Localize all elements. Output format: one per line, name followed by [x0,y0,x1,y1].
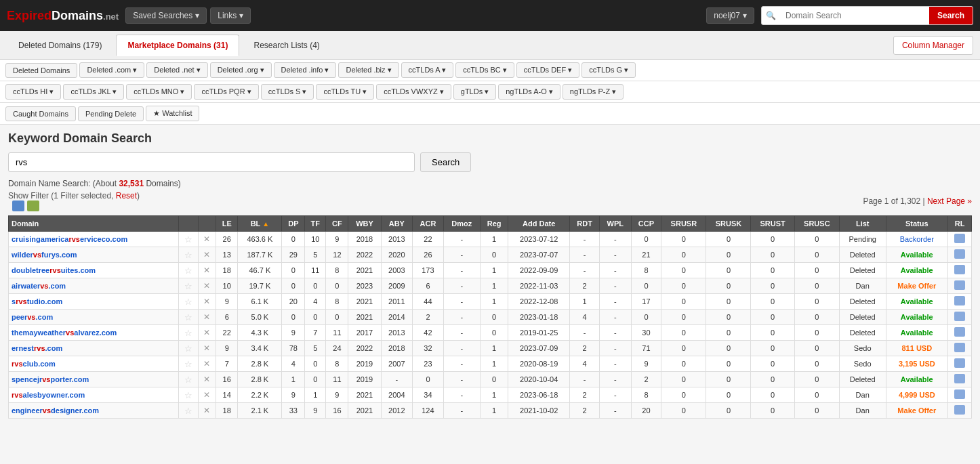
domain-link[interactable]: airwatervs.com [12,282,66,290]
status-cell[interactable]: Available [886,310,948,325]
th-cf[interactable]: CF [326,216,348,232]
rl-icon[interactable] [954,265,965,274]
rl-icon[interactable] [954,405,965,415]
rl-icon[interactable] [954,374,965,383]
domain-link[interactable]: rvsclub.com [12,360,56,368]
tab-research-lists[interactable]: Research Lists (4) [242,35,331,56]
star-icon[interactable]: ☆ [184,281,192,291]
th-rdt[interactable]: RDT [570,216,600,232]
rl-icon[interactable] [954,343,965,352]
keyword-search-input[interactable] [8,152,415,172]
th-dmoz[interactable]: Dmoz [443,216,480,232]
th-bl[interactable]: BL ▲ [238,216,282,232]
remove-icon[interactable]: ✕ [203,359,210,368]
th-list[interactable]: List [839,216,886,232]
remove-icon[interactable]: ✕ [203,406,210,415]
status-cell[interactable]: Available [886,247,948,263]
domain-search-input[interactable] [780,8,929,23]
status-cell[interactable]: Make Offer [886,403,948,419]
th-dp[interactable]: DP [282,216,305,232]
domain-link[interactable]: themayweathervsalvarez.com [12,329,117,337]
filter-cctlds-s[interactable]: ccTLDs S ▾ [261,84,314,100]
star-icon[interactable]: ☆ [184,343,192,354]
th-le[interactable]: LE [216,216,238,232]
brand-logo[interactable]: ExpiredDomains.net [7,9,119,23]
filter-ngtlds-ao[interactable]: ngTLDs A-O ▾ [498,84,560,100]
rl-icon[interactable] [954,280,965,290]
remove-icon[interactable]: ✕ [203,312,210,322]
domain-link[interactable]: engineervsdesigner.com [12,406,99,415]
status-cell[interactable]: Make Offer [886,278,948,294]
remove-icon[interactable]: ✕ [203,375,210,384]
rl-icon[interactable] [954,312,965,321]
keyword-search-button[interactable]: Search [420,152,471,172]
star-icon[interactable]: ☆ [184,375,192,385]
saved-searches-button[interactable]: Saved Searches ▾ [125,7,207,24]
star-icon[interactable]: ☆ [184,234,192,245]
th-add-date[interactable]: Add Date [508,216,570,232]
remove-icon[interactable]: ✕ [203,390,210,400]
filter-cctlds-tu[interactable]: ccTLDs TU ▾ [316,84,374,100]
remove-icon[interactable]: ✕ [203,297,210,306]
next-page-link[interactable]: Next Page » [927,196,972,206]
filter-cctlds-mno[interactable]: ccTLDs MNO ▾ [126,84,192,100]
domain-link[interactable]: peervs.com [12,313,53,321]
th-wby[interactable]: WBY [348,216,381,232]
filter-cctlds-pqr[interactable]: ccTLDs PQR ▾ [194,84,258,100]
filter-deleted-org[interactable]: Deleted .org ▾ [210,62,272,78]
rl-icon[interactable] [954,358,965,368]
rl-icon[interactable] [954,234,965,243]
filter-icon-green[interactable] [27,201,39,211]
rl-icon[interactable] [954,249,965,259]
filter-cctlds-jkl[interactable]: ccTLDs JKL ▾ [63,84,124,100]
domain-link[interactable]: wildervsfurys.com [12,251,77,259]
star-icon[interactable]: ☆ [184,312,192,322]
domain-link[interactable]: ernestrvs.com [12,344,62,352]
status-cell[interactable]: 4,999 USD [886,387,948,403]
th-srust[interactable]: SRUST [751,216,794,232]
star-icon[interactable]: ☆ [184,328,192,338]
filter-cctlds-bc[interactable]: ccTLDs BC ▾ [455,62,514,78]
rl-icon[interactable] [954,389,965,399]
filter-deleted-info[interactable]: Deleted .info ▾ [274,62,337,78]
remove-icon[interactable]: ✕ [203,234,210,244]
domain-link[interactable]: rvsalesbyowner.com [12,391,85,399]
status-cell[interactable]: Available [886,372,948,387]
domain-link[interactable]: doubletreervsuites.com [12,266,96,274]
remove-icon[interactable]: ✕ [203,328,210,337]
filter-deleted-domains[interactable]: Deleted Domains [5,63,77,78]
filter-deleted-biz[interactable]: Deleted .biz ▾ [338,62,399,78]
th-srusr[interactable]: SRUSR [661,216,706,232]
column-manager-button[interactable]: Column Manager [893,36,973,55]
star-icon[interactable]: ☆ [184,390,192,400]
th-reg[interactable]: Reg [480,216,508,232]
filter-pending-delete[interactable]: Pending Delete [78,106,144,121]
status-cell[interactable]: Available [886,263,948,278]
filter-cctlds-g[interactable]: ccTLDs G ▾ [581,62,636,78]
star-icon[interactable]: ☆ [184,359,192,369]
tab-marketplace-domains[interactable]: Marketplace Domains (31) [116,35,239,56]
filter-deleted-net[interactable]: Deleted .net ▾ [146,62,207,78]
tab-deleted-domains[interactable]: Deleted Domains (179) [7,35,113,56]
filter-cctlds-a[interactable]: ccTLDs A ▾ [401,62,454,78]
filter-deleted-com[interactable]: Deleted .com ▾ [79,62,144,78]
remove-icon[interactable]: ✕ [203,250,210,259]
filter-gtlds[interactable]: gTLDs ▾ [453,84,496,100]
remove-icon[interactable]: ✕ [203,281,210,291]
links-button[interactable]: Links ▾ [210,7,251,24]
th-domain[interactable]: Domain [9,216,179,232]
th-tf[interactable]: TF [305,216,326,232]
domain-link[interactable]: cruisingamericarvserviceco.com [12,235,127,243]
th-srusc[interactable]: SRUSC [794,216,839,232]
filter-cctlds-hi[interactable]: ccTLDs HI ▾ [5,84,61,100]
th-acr[interactable]: ACR [413,216,444,232]
domain-link[interactable]: spencejrvsporter.com [12,375,89,383]
th-aby[interactable]: ABY [381,216,413,232]
status-cell[interactable]: Available [886,294,948,310]
filter-cctlds-vwxyz[interactable]: ccTLDs VWXYZ ▾ [376,84,451,100]
remove-icon[interactable]: ✕ [203,266,210,275]
filter-watchlist[interactable]: ★ Watchlist [146,106,199,121]
filter-icon-blue[interactable] [12,201,24,211]
th-status[interactable]: Status [886,216,948,232]
domain-link[interactable]: srvstudio.com [12,297,62,305]
